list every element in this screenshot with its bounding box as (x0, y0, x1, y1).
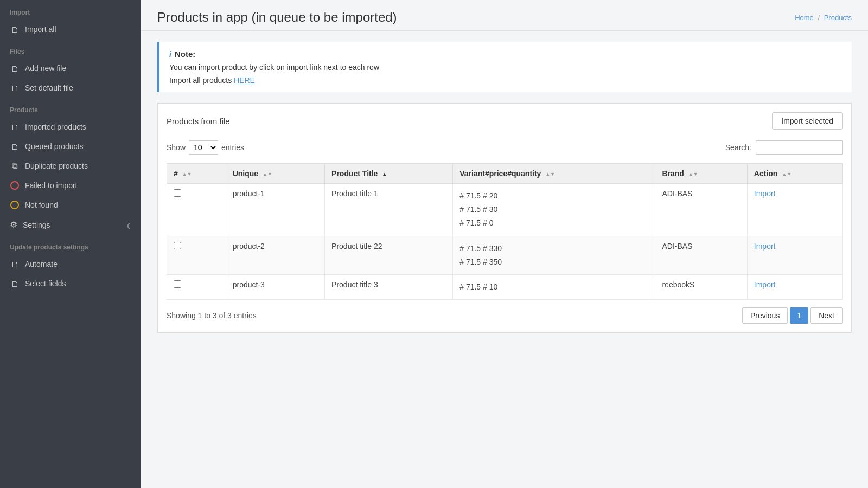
entries-select[interactable]: 10 25 50 100 (189, 140, 218, 155)
import-link[interactable]: Import (754, 242, 776, 251)
row-checkbox[interactable] (174, 242, 181, 249)
content-area: i Note: You can import product by click … (141, 31, 868, 488)
import-link[interactable]: Import (754, 280, 776, 289)
sidebar-item-not-found-label: Not found (25, 201, 58, 209)
doc-icon (10, 122, 20, 132)
sidebar-item-select-fields-label: Select fields (25, 279, 66, 288)
col-variant: Variant#price#quantity ▲▼ (453, 164, 655, 184)
row-variant: # 71.5 # 10 (453, 274, 655, 299)
row-variant: # 71.5 # 330# 71.5 # 350 (453, 236, 655, 274)
sidebar-section-update: Update products settings (0, 235, 141, 254)
sidebar-item-automate[interactable]: Automate (0, 254, 141, 274)
col-action: Action ▲▼ (747, 164, 842, 184)
table-header: # ▲▼ Unique ▲▼ Product Title ▲ Variant (167, 164, 843, 184)
search-input[interactable] (756, 140, 843, 155)
row-checkbox-cell (167, 236, 226, 274)
row-action: Import (747, 184, 842, 236)
doc-icon (10, 259, 20, 269)
import-selected-button[interactable]: Import selected (772, 112, 843, 130)
col-unique: Unique ▲▼ (226, 164, 324, 184)
note-here-link[interactable]: HERE (234, 76, 255, 85)
circle-red-icon (10, 181, 20, 190)
sidebar-item-duplicate-products[interactable]: ⧉ Duplicate products (0, 156, 141, 176)
doc-copy-icon: ⧉ (10, 161, 20, 171)
row-product-title: Product title 3 (325, 274, 453, 299)
sort-icon-action[interactable]: ▲▼ (782, 172, 792, 177)
breadcrumb-home[interactable]: Home (795, 14, 814, 22)
entries-label: entries (221, 143, 244, 152)
sidebar: Import Import all Files Add new file Set… (0, 0, 141, 488)
col-num: # ▲▼ (167, 164, 226, 184)
row-checkbox-cell (167, 184, 226, 236)
note-line2-prefix: Import all products (169, 76, 234, 85)
doc-icon (10, 279, 20, 288)
search-area: Search: (725, 140, 843, 155)
sidebar-item-add-new-file[interactable]: Add new file (0, 59, 141, 78)
circle-yellow-icon (10, 200, 20, 210)
next-button[interactable]: Next (810, 307, 843, 324)
sidebar-item-duplicate-products-label: Duplicate products (25, 162, 88, 170)
table-row: product-2Product title 22# 71.5 # 330# 7… (167, 236, 843, 274)
products-section: Products from file Import selected Show … (157, 103, 852, 333)
doc-icon (10, 63, 20, 73)
sidebar-item-add-new-file-label: Add new file (25, 64, 66, 73)
row-unique: product-1 (226, 184, 324, 236)
row-brand: ADI-BAS (655, 236, 747, 274)
sort-icon-num[interactable]: ▲▼ (182, 172, 192, 177)
sidebar-item-settings[interactable]: Settings (0, 215, 141, 235)
sidebar-item-not-found[interactable]: Not found (0, 195, 141, 215)
row-unique: product-3 (226, 274, 324, 299)
sort-icon-variant[interactable]: ▲▼ (545, 172, 555, 177)
note-line1: You can import product by click on impor… (169, 63, 842, 72)
table-row: product-3Product title 3# 71.5 # 10reebo… (167, 274, 843, 299)
pagination: Previous 1 Next (742, 307, 843, 324)
doc-icon (10, 83, 20, 93)
sidebar-item-failed-to-import[interactable]: Failed to import (0, 176, 141, 195)
products-table: # ▲▼ Unique ▲▼ Product Title ▲ Variant (167, 163, 843, 300)
row-variant: # 71.5 # 20# 71.5 # 30# 71.5 # 0 (453, 184, 655, 236)
main-content: Products in app (in queue to be imported… (141, 0, 868, 488)
previous-button[interactable]: Previous (742, 307, 788, 324)
page-header: Products in app (in queue to be imported… (141, 0, 868, 31)
sort-icon-unique[interactable]: ▲▼ (263, 172, 272, 177)
sidebar-item-import-all-label: Import all (25, 25, 56, 34)
row-brand: ADI-BAS (655, 184, 747, 236)
doc-icon (10, 24, 20, 34)
showing-text: Showing 1 to 3 of 3 entries (167, 311, 257, 320)
sort-icon-brand[interactable]: ▲▼ (688, 172, 698, 177)
sidebar-item-imported-products[interactable]: Imported products (0, 117, 141, 137)
import-link[interactable]: Import (754, 189, 776, 198)
row-product-title: Product title 1 (325, 184, 453, 236)
sidebar-item-queued-products-label: Queued products (25, 142, 83, 151)
row-checkbox[interactable] (174, 280, 181, 288)
show-entries: Show 10 25 50 100 entries (167, 140, 244, 155)
sidebar-item-automate-label: Automate (25, 260, 58, 268)
sidebar-section-files: Files (0, 39, 141, 59)
products-section-header: Products from file Import selected (167, 112, 843, 130)
sidebar-item-import-all[interactable]: Import all (0, 20, 141, 39)
gear-icon (10, 220, 17, 230)
row-checkbox[interactable] (174, 189, 181, 197)
breadcrumb-products[interactable]: Products (824, 14, 852, 22)
table-body: product-1Product title 1# 71.5 # 20# 71.… (167, 184, 843, 300)
products-section-title: Products from file (167, 117, 230, 126)
note-box: i Note: You can import product by click … (157, 42, 852, 92)
col-brand: Brand ▲▼ (655, 164, 747, 184)
note-line2: Import all products HERE (169, 76, 842, 85)
sidebar-item-set-default-file-label: Set default file (25, 84, 73, 92)
sidebar-item-select-fields[interactable]: Select fields (0, 274, 141, 293)
current-page[interactable]: 1 (790, 307, 808, 324)
sort-icon-product-title[interactable]: ▲ (382, 172, 387, 177)
breadcrumb-separator: / (818, 14, 820, 22)
show-label: Show (167, 143, 186, 152)
row-action: Import (747, 236, 842, 274)
sidebar-item-queued-products[interactable]: Queued products (0, 137, 141, 156)
row-unique: product-2 (226, 236, 324, 274)
row-brand: reebookS (655, 274, 747, 299)
row-checkbox-cell (167, 274, 226, 299)
sidebar-item-set-default-file[interactable]: Set default file (0, 78, 141, 98)
table-controls: Show 10 25 50 100 entries Search: (167, 138, 843, 157)
sidebar-item-imported-products-label: Imported products (25, 123, 86, 131)
sidebar-section-products: Products (0, 98, 141, 117)
sidebar-item-settings-label: Settings (23, 221, 50, 229)
